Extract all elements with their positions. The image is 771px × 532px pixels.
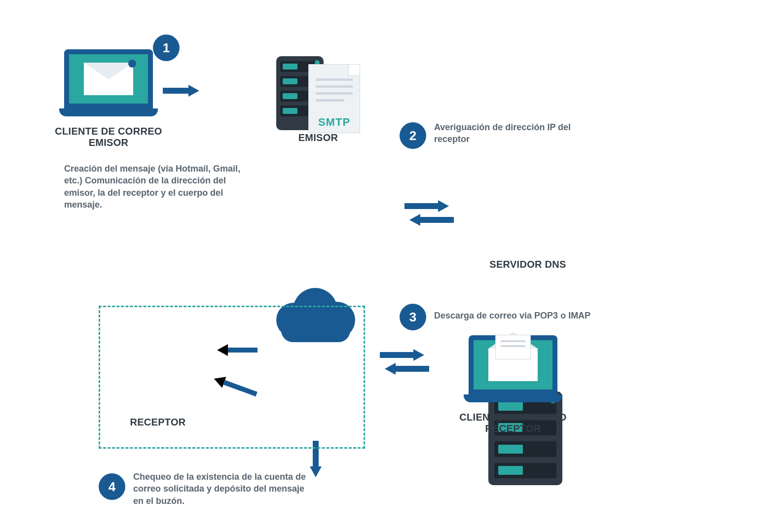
arrow-sender-to-emisor-icon bbox=[163, 85, 202, 97]
step-4-text: Chequeo de la existencia de la cuenta de… bbox=[133, 471, 316, 507]
arrow-pop-to-smtp-icon bbox=[217, 343, 261, 359]
client-receptor-title: CLIENTE DE CORREO RECEPTOR bbox=[454, 412, 572, 434]
step-4-badge: 4 bbox=[99, 473, 125, 500]
step-2-badge: 2 bbox=[400, 122, 426, 149]
step-2-text: Averiguación de dirección IP del recepto… bbox=[434, 121, 582, 145]
arrows-receptor-client-icon bbox=[380, 345, 429, 377]
receptor-server-title: RECEPTOR bbox=[121, 417, 195, 428]
client-sender-title: CLIENTE DE CORREO EMISOR bbox=[54, 126, 163, 148]
svg-marker-0 bbox=[217, 344, 228, 356]
emisor-title: EMISOR bbox=[286, 132, 350, 143]
arrows-cloud-dns-icon bbox=[404, 196, 454, 228]
smtp-emisor-server-icon: SMTP bbox=[276, 56, 360, 140]
email-flow-diagram: 1 CLIENTE DE CORREO EMISOR Creación del … bbox=[0, 0, 771, 532]
step-3-badge: 3 bbox=[400, 304, 426, 330]
client-sender-laptop-icon bbox=[59, 49, 158, 116]
protocol-smtp-top: SMTP bbox=[309, 116, 360, 129]
dns-title: SERVIDOR DNS bbox=[488, 259, 567, 270]
svg-rect-1 bbox=[228, 348, 257, 353]
step-3-text: Descarga de correo via POP3 o IMAP bbox=[434, 310, 602, 321]
dns-server-icon bbox=[488, 391, 562, 485]
client-receptor-laptop-icon bbox=[464, 335, 562, 402]
client-sender-body: Creación del mensaje (vía Hotmail, Gmail… bbox=[64, 163, 242, 211]
